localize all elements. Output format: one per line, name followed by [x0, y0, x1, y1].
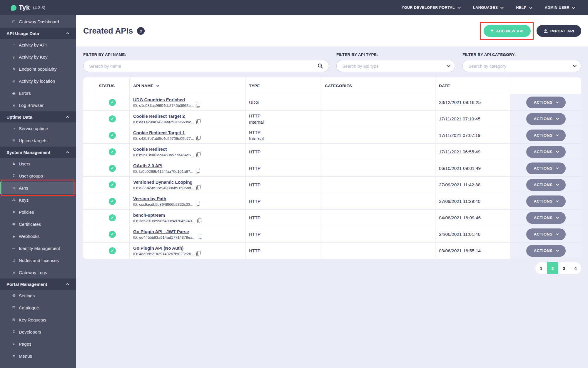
filter-field-api-type[interactable]: Search by api type [336, 60, 455, 72]
actions-button[interactable]: ACTIONS [526, 179, 566, 191]
chevron-down-icon [556, 216, 559, 219]
api-name-link[interactable]: Go Plugin API (No Auth) [133, 246, 183, 251]
sidebar-item-log-browser[interactable]: жLog Browser [0, 99, 76, 111]
row-cell-empty [83, 243, 95, 259]
sidebar-item-apis[interactable]: ⚙APIs [0, 182, 76, 194]
actions-button[interactable]: ACTIONS [526, 146, 566, 158]
sidebar-item-activity-by-location[interactable]: ⊕Activity by location [0, 75, 76, 87]
sidebar-item-pages[interactable]: ➢Pages [0, 338, 76, 350]
api-type-value: HTTPInternal [249, 113, 264, 125]
copy-icon[interactable] [196, 170, 199, 173]
copy-icon[interactable] [196, 203, 199, 206]
header-cell-api-name[interactable]: API NAME [129, 77, 245, 94]
sidebar-item-developers[interactable]: ⁑Developers [0, 326, 76, 338]
copy-icon[interactable] [198, 236, 201, 239]
copy-icon[interactable] [196, 120, 199, 124]
row-cell-actions: ACTIONS [510, 177, 581, 193]
pagination-page-2[interactable]: 2 [547, 262, 558, 274]
sidebar-item-gateway-logs[interactable]: жGateway Logs [0, 266, 76, 279]
sidebar-item-webhooks[interactable]: ♠Webhooks [0, 230, 76, 242]
copy-icon[interactable] [196, 137, 199, 140]
sidebar-section-label: Uptime Data [6, 115, 32, 120]
row-cell-date: 23/12/2021 09:16:25 [435, 94, 510, 110]
sidebar-item-label: Log Browser [19, 103, 44, 108]
api-name-link[interactable]: Version by Path [133, 196, 166, 201]
pagination-page-4[interactable]: 4 [570, 262, 581, 274]
api-name-link[interactable]: Cookie Redirect [133, 147, 167, 152]
api-name-link[interactable]: OAuth 2.0 API [133, 163, 162, 168]
sidebar-item-endpoint-popularity[interactable]: ⋔Endpoint popularity [0, 63, 76, 75]
sidebar-item-catalogue[interactable]: ☰Catalogue [0, 302, 76, 314]
sidebar-item-activity-by-api[interactable]: ◔Activity by API [0, 39, 76, 51]
api-name-link[interactable]: Cookie Redirect Target 2 [133, 114, 185, 119]
sidebar-section-portal-management[interactable]: Portal Management [0, 279, 76, 290]
sort-chevron-icon[interactable] [156, 84, 159, 87]
api-name-link[interactable]: Versioned Dynamic Looping [133, 180, 193, 185]
chevron-down-icon [529, 6, 532, 9]
topbar-menu-languages[interactable]: LANGUAGES [473, 6, 503, 10]
copy-icon[interactable] [196, 252, 199, 256]
api-name-link[interactable]: Cookie Redirect Target 1 [133, 130, 185, 135]
tyk-logo-icon [11, 5, 16, 11]
sidebar-item-uptime-targets[interactable]: ≣Uptime targets [0, 135, 76, 147]
copy-icon[interactable] [196, 153, 199, 157]
tyk-logo[interactable]: Tyk (4.3.3) [11, 4, 45, 11]
actions-button[interactable]: ACTIONS [526, 195, 566, 207]
row-cell-date: 06/10/2021 09:01:49 [435, 160, 510, 176]
sidebar-item-user-groups[interactable]: ⁑User groups [0, 170, 76, 182]
chevron-down-icon [556, 133, 559, 136]
copy-icon[interactable] [196, 104, 199, 107]
sidebar-item-settings[interactable]: ⚒Settings [0, 290, 76, 302]
actions-button[interactable]: ACTIONS [526, 245, 566, 257]
sidebar-item-nodes-and-licenses[interactable]: ♖Nodes and Licenses [0, 254, 76, 266]
actions-button[interactable]: ACTIONS [526, 163, 566, 174]
copy-icon[interactable] [196, 186, 199, 190]
sidebar-item-certificates[interactable]: ✺Certificates [0, 218, 76, 230]
row-cell-date: 17/11/2021 07:10:45 [435, 111, 510, 127]
sidebar-item-service-uptime[interactable]: ◔Service uptime [0, 122, 76, 135]
api-name-link[interactable]: UDG Countries Enriched [133, 97, 185, 102]
actions-button[interactable]: ACTIONS [526, 97, 566, 108]
wrench-icon: ⚒ [11, 294, 16, 298]
sidebar-item-errors[interactable]: ◉Errors [0, 87, 76, 99]
api-type-value: HTTP [249, 198, 260, 204]
actions-button[interactable]: ACTIONS [526, 212, 566, 224]
sidebar-section-api-usage-data[interactable]: API Usage Data [0, 28, 76, 39]
sidebar-item-activity-by-key[interactable]: ⚷Activity by Key [0, 51, 76, 63]
sidebar-item-label: Catalogue [19, 305, 39, 310]
api-name-link[interactable]: Go Plugin API - JWT Parse [133, 229, 189, 234]
sidebar-item-keys[interactable]: ⁂Keys [0, 194, 76, 206]
sidebar-item-policies[interactable]: ♥Policies [0, 206, 76, 218]
sidebar-item-menus[interactable]: ≡Menus [0, 350, 76, 362]
column-title: API NAME [133, 84, 153, 88]
add-new-api-button[interactable]: + ADD NEW API [484, 25, 531, 37]
topbar-menu-your-developer-portal[interactable]: YOUR DEVELOPER PORTAL [402, 6, 460, 10]
api-name-link[interactable]: bench-uptream [133, 213, 165, 218]
actions-button-label: ACTIONS [534, 100, 552, 105]
api-id-text: ID: 4ae0dc21a29143267bf823e26... [133, 252, 194, 256]
actions-button[interactable]: ACTIONS [526, 113, 566, 125]
filter-field-api-category[interactable]: Search by category [462, 60, 581, 72]
search-input[interactable] [89, 64, 315, 69]
sidebar-item-identity-management[interactable]: ↩Identity Management [0, 242, 76, 254]
topbar-menu-admin-user[interactable]: ADMIN USER [545, 6, 574, 10]
topbar-menu-help[interactable]: HELP [516, 6, 531, 10]
import-api-button[interactable]: IMPORT API [537, 25, 581, 37]
actions-button[interactable]: ACTIONS [526, 130, 566, 141]
copy-icon[interactable] [197, 219, 200, 223]
row-cell-empty [83, 94, 95, 110]
sidebar-item-gateway-dashboard[interactable]: ⊡Gateway Dashboard [0, 16, 76, 28]
help-icon[interactable]: ? [137, 27, 145, 35]
header-cell-status: STATUS [95, 77, 129, 94]
sidebar-item-users[interactable]: ♟Users [0, 158, 76, 170]
actions-button[interactable]: ACTIONS [526, 228, 566, 240]
api-id: ID: 3eb291ec5985490c497045240... [133, 219, 200, 223]
sidebar-section-system-management[interactable]: System Management [0, 147, 76, 158]
pagination-page-1[interactable]: 1 [535, 262, 547, 274]
sidebar-section-uptime-data[interactable]: Uptime Data [0, 111, 76, 122]
sidebar-item-key-requests[interactable]: ☘Key Requests [0, 314, 76, 326]
row-cell-status: ✓ [95, 127, 129, 143]
pagination-page-3[interactable]: 3 [558, 262, 570, 274]
filter-field-api-name[interactable] [83, 60, 329, 72]
row-cell-date: 27/09/2021 11:29:40 [435, 193, 510, 209]
